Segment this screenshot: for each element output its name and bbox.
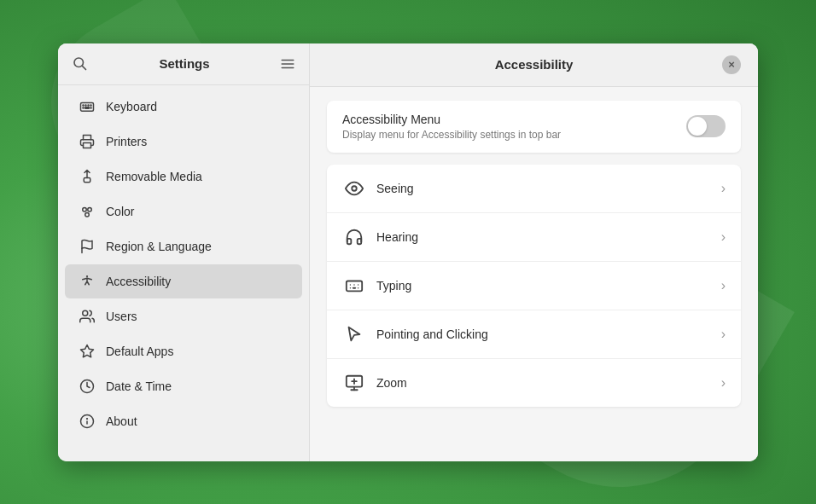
svg-point-24 xyxy=(85,212,90,217)
users-icon xyxy=(79,308,96,325)
svg-point-16 xyxy=(90,104,91,105)
section-item-hearing-label: Hearing xyxy=(376,230,721,244)
chevron-right-icon-pointing: › xyxy=(721,327,726,342)
sidebar-title: Settings xyxy=(159,56,209,71)
svg-point-22 xyxy=(83,207,87,211)
svg-rect-20 xyxy=(84,142,91,148)
section-item-pointing-clicking[interactable]: Pointing and Clicking › xyxy=(327,310,741,359)
sidebar-item-about-label: About xyxy=(106,414,137,428)
accessibility-menu-toggle[interactable] xyxy=(686,115,726,137)
section-item-pointing-clicking-label: Pointing and Clicking xyxy=(376,327,721,341)
sidebar: Settings xyxy=(58,43,310,461)
section-item-typing[interactable]: Typing › xyxy=(327,262,741,310)
search-icon[interactable] xyxy=(72,55,89,72)
sidebar-item-users-label: Users xyxy=(106,310,137,323)
sidebar-item-printers-label: Printers xyxy=(106,135,147,148)
accessibility-sections-list: Seeing › Hearing › xyxy=(327,165,741,407)
svg-point-27 xyxy=(83,310,88,316)
eye-icon xyxy=(342,177,366,200)
svg-point-17 xyxy=(83,107,84,107)
accessibility-icon xyxy=(79,273,96,290)
hearing-icon xyxy=(342,225,366,249)
chevron-right-icon-hearing: › xyxy=(721,229,726,245)
section-item-zoom[interactable]: Zoom › xyxy=(327,359,741,407)
main-title: Accessibility xyxy=(346,57,722,72)
section-item-seeing-label: Seeing xyxy=(376,182,721,195)
cursor-icon xyxy=(342,322,366,346)
main-header: Accessibility × xyxy=(310,43,758,87)
usb-icon xyxy=(79,168,96,185)
sidebar-item-date-time-label: Date & Time xyxy=(106,379,172,393)
svg-point-40 xyxy=(358,287,358,288)
accessibility-menu-title: Accessibility Menu xyxy=(342,113,561,126)
close-button[interactable]: × xyxy=(722,55,741,74)
svg-point-15 xyxy=(88,104,89,105)
section-item-typing-label: Typing xyxy=(376,279,721,293)
svg-point-39 xyxy=(350,287,351,288)
info-icon xyxy=(79,413,96,430)
clock-icon xyxy=(79,378,96,395)
svg-point-18 xyxy=(90,107,91,107)
typing-icon xyxy=(342,274,366,298)
keyboard-icon xyxy=(79,98,96,115)
accessibility-menu-text: Accessibility Menu Display menu for Acce… xyxy=(342,113,561,141)
sidebar-item-date-time[interactable]: Date & Time xyxy=(65,369,302,403)
accessibility-menu-desc: Display menu for Accessibility settings … xyxy=(342,129,561,141)
section-item-hearing[interactable]: Hearing › xyxy=(327,213,741,262)
sidebar-item-keyboard[interactable]: Keyboard xyxy=(65,90,302,124)
flag-icon xyxy=(79,238,96,255)
chevron-right-icon-seeing: › xyxy=(721,181,726,196)
sidebar-header: Settings xyxy=(58,43,309,85)
svg-point-26 xyxy=(86,275,88,276)
sidebar-items: Keyboard Printers xyxy=(58,85,309,461)
zoom-icon xyxy=(342,371,366,395)
sidebar-item-removable-media-label: Removable Media xyxy=(106,170,202,183)
star-icon xyxy=(79,343,96,360)
svg-point-37 xyxy=(353,284,354,285)
sidebar-item-default-apps-label: Default Apps xyxy=(106,345,173,358)
sidebar-item-users[interactable]: Users xyxy=(65,299,302,333)
sidebar-item-printers[interactable]: Printers xyxy=(65,125,302,159)
svg-point-14 xyxy=(85,104,86,105)
svg-point-13 xyxy=(83,104,84,105)
svg-line-1 xyxy=(82,66,85,69)
accessibility-menu-card: Accessibility Menu Display menu for Acce… xyxy=(327,101,741,153)
printer-icon xyxy=(79,133,96,150)
main-content: Accessibility Menu Display menu for Acce… xyxy=(310,87,758,461)
svg-rect-21 xyxy=(84,177,90,182)
section-item-zoom-label: Zoom xyxy=(376,376,721,390)
sidebar-item-region-language[interactable]: Region & Language xyxy=(65,229,302,264)
sidebar-item-keyboard-label: Keyboard xyxy=(106,100,157,113)
sidebar-item-accessibility-label: Accessibility xyxy=(106,275,171,288)
svg-rect-19 xyxy=(85,107,90,108)
svg-rect-41 xyxy=(353,287,356,288)
svg-point-23 xyxy=(88,207,92,211)
sidebar-item-about[interactable]: About xyxy=(65,404,302,438)
sidebar-item-accessibility[interactable]: Accessibility xyxy=(65,264,302,298)
section-item-seeing[interactable]: Seeing › xyxy=(327,165,741,213)
settings-window: Settings xyxy=(58,43,758,461)
main-panel: Accessibility × Accessibility Menu Displ… xyxy=(310,43,758,461)
sidebar-item-default-apps[interactable]: Default Apps xyxy=(65,334,302,368)
color-icon xyxy=(79,203,96,220)
chevron-right-icon-zoom: › xyxy=(721,375,726,391)
svg-rect-35 xyxy=(347,281,362,291)
chevron-right-icon-typing: › xyxy=(721,278,726,293)
sidebar-item-removable-media[interactable]: Removable Media xyxy=(65,159,302,194)
svg-point-38 xyxy=(358,284,358,285)
svg-point-36 xyxy=(350,284,351,285)
sidebar-item-region-language-label: Region & Language xyxy=(106,240,212,253)
sidebar-item-color-label: Color xyxy=(106,205,134,218)
menu-icon[interactable] xyxy=(280,56,295,72)
svg-marker-28 xyxy=(81,345,94,356)
svg-point-34 xyxy=(352,186,357,191)
svg-point-33 xyxy=(87,418,88,419)
sidebar-item-color[interactable]: Color xyxy=(65,194,302,229)
